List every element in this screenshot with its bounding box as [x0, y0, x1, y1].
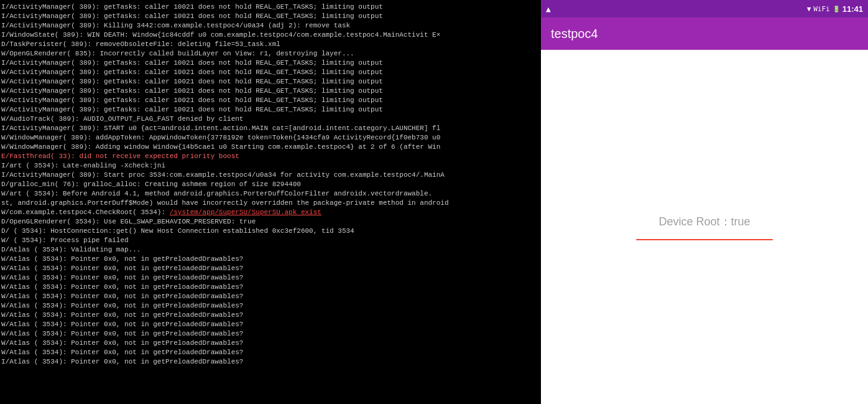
log-line: W/Atlas ( 3534): Pointer 0x0, not in get… [1, 329, 540, 339]
status-left: ▲ [546, 4, 551, 14]
notification-icon: ▲ [546, 4, 551, 14]
log-line: I/ActivityManager( 389): getTasks: calle… [1, 59, 540, 68]
log-line: W/Atlas ( 3534): Pointer 0x0, not in get… [1, 283, 540, 292]
log-line: W/Atlas ( 3534): Pointer 0x0, not in get… [1, 348, 540, 357]
android-appbar: testpoc4 [541, 17, 868, 50]
log-line: W/com.example.testpoc4.CheckRoot( 3534):… [1, 208, 540, 217]
battery-icon: 🔋 [833, 6, 840, 12]
log-line: W/ActivityManager( 389): getTasks: calle… [1, 105, 540, 115]
device-root-text: Device Root：true [658, 214, 750, 229]
log-line: I/ActivityManager( 389): getTasks: calle… [1, 2, 540, 12]
log-line: I/ActivityManager( 389): Start proc 3534… [1, 171, 540, 180]
log-line: D/OpenGLRenderer( 3534): Use EGL_SWAP_BE… [1, 217, 540, 227]
log-line: W/ActivityManager( 389): getTasks: calle… [1, 87, 540, 96]
log-line: W/Atlas ( 3534): Pointer 0x0, not in get… [1, 273, 540, 283]
log-line: W/Atlas ( 3534): Pointer 0x0, not in get… [1, 320, 540, 329]
log-line: W/Atlas ( 3534): Pointer 0x0, not in get… [1, 255, 540, 264]
log-line: W/AudioTrack( 389): AUDIO_OUTPUT_FLAG_FA… [1, 115, 540, 124]
log-line: D/gralloc_min( 76): gralloc_alloc: Creat… [1, 180, 540, 189]
android-statusbar: ▲ ▼ WiFi 🔋 11:41 [541, 0, 868, 17]
log-line: W/OpenGLRenderer( 835): Incorrectly call… [1, 49, 540, 59]
log-line: W/Atlas ( 3534): Pointer 0x0, not in get… [1, 264, 540, 273]
log-line: E/FastThread( 33): did not receive expec… [1, 152, 540, 161]
log-line: W/ ( 3534): Process pipe failed [1, 236, 540, 245]
log-line: I/ActivityManager( 389): getTasks: calle… [1, 12, 540, 21]
log-line: W/Atlas ( 3534): Pointer 0x0, not in get… [1, 339, 540, 348]
status-right: ▼ WiFi 🔋 11:41 [807, 4, 863, 14]
log-line: D/Atlas ( 3534): Validating map... [1, 245, 540, 255]
log-line: st, android.graphics.PorterDuff$Mode) wo… [1, 199, 540, 208]
log-line: W/Atlas ( 3534): Pointer 0x0, not in get… [1, 311, 540, 320]
log-line: I/WindowState( 389): WIN DEATH: Window{1… [1, 31, 540, 40]
log-line: I/art ( 3534): Late-enabling -Xcheck:jni [1, 161, 540, 171]
red-divider [636, 239, 773, 240]
app-title: testpoc4 [551, 27, 598, 41]
log-line: W/art ( 3534): Before Android 4.1, metho… [1, 189, 540, 199]
log-line: W/WindowManager( 389): Adding window Win… [1, 143, 540, 152]
log-line: I/ActivityManager( 389): START u0 {act=a… [1, 124, 540, 133]
signal-icon: ▼ [807, 5, 811, 13]
log-line: W/ActivityManager( 389): getTasks: calle… [1, 96, 540, 105]
log-line: D/TaskPersister( 389): removeObsoleteFil… [1, 40, 540, 49]
wifi-icon: WiFi [813, 5, 830, 13]
log-line: W/WindowManager( 389): addAppToken: AppW… [1, 133, 540, 143]
status-time: 11:41 [843, 4, 863, 14]
android-content: Device Root：true [541, 50, 868, 404]
log-line: I/ActivityManager( 389): Killing 3442:co… [1, 21, 540, 31]
log-line: W/Atlas ( 3534): Pointer 0x0, not in get… [1, 301, 540, 311]
log-line: W/Atlas ( 3534): Pointer 0x0, not in get… [1, 292, 540, 301]
android-device-panel: ▲ ▼ WiFi 🔋 11:41 testpoc4 Device Root：tr… [541, 0, 868, 404]
log-line: W/ActivityManager( 389): getTasks: calle… [1, 77, 540, 87]
logcat-panel: I/ActivityManager( 389): getTasks: calle… [0, 0, 541, 404]
log-line: I/Atlas ( 3534): Pointer 0x0, not in get… [1, 357, 540, 367]
log-line: D/ ( 3534): HostConnection::get() New Ho… [1, 227, 540, 236]
log-line: W/ActivityManager( 389): getTasks: calle… [1, 68, 540, 77]
